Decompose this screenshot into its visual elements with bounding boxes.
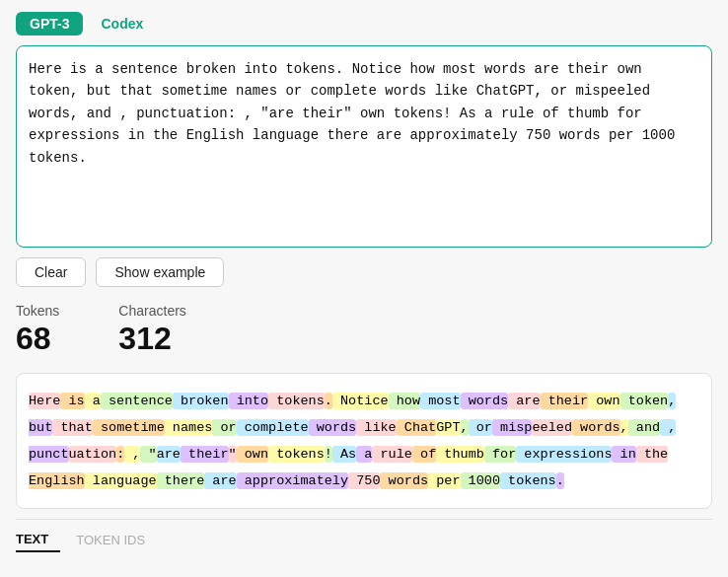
token-segment: their xyxy=(541,393,589,409)
token-input[interactable] xyxy=(29,58,699,231)
token-segment: words xyxy=(572,419,620,436)
token-segment: words xyxy=(380,472,428,489)
tab-codex[interactable]: Codex xyxy=(87,12,157,36)
token-segment: tokens xyxy=(500,472,556,489)
bottom-tab-token-ids[interactable]: TOKEN IDS xyxy=(76,528,157,552)
token-segment: language xyxy=(85,472,157,489)
tokens-stat: Tokens 68 xyxy=(16,303,59,357)
token-segment: 750 xyxy=(348,472,380,489)
token-segment: Here xyxy=(29,393,60,409)
token-segment: punct xyxy=(29,446,69,463)
token-segment: GPT xyxy=(436,419,460,436)
token-segment: misp xyxy=(492,419,533,436)
token-segment: names xyxy=(165,419,213,436)
token-segment: broken xyxy=(173,393,229,409)
token-segment: or xyxy=(469,419,492,436)
token-segment: are xyxy=(204,472,236,489)
token-segment: tokens xyxy=(268,393,325,409)
token-segment: 1000 xyxy=(461,472,501,489)
token-segment: , xyxy=(668,393,676,409)
token-segment: are xyxy=(157,446,181,463)
tab-gpt3[interactable]: GPT-3 xyxy=(16,12,83,36)
token-segment: ! xyxy=(325,446,332,463)
token-segment: complete xyxy=(237,419,309,436)
token-segment: eeled xyxy=(532,419,572,436)
token-segment: how xyxy=(389,393,420,409)
token-segment: . xyxy=(325,393,332,409)
token-segment: per xyxy=(428,472,460,489)
token-display: Here is a sentence broken into tokens. N… xyxy=(16,373,712,509)
token-segment: words xyxy=(461,393,509,409)
bottom-tab-bar: TEXT TOKEN IDS xyxy=(16,519,712,552)
token-segment: most xyxy=(420,393,461,409)
clear-button[interactable]: Clear xyxy=(16,257,86,287)
token-segment: tokens xyxy=(268,446,325,463)
token-segment: approximately xyxy=(237,472,348,489)
token-segment: As xyxy=(332,446,356,463)
stats-row: Tokens 68 Characters 312 xyxy=(16,303,712,357)
token-segment: thumb xyxy=(436,446,484,463)
token-segment: own xyxy=(588,393,619,409)
token-segment: are xyxy=(508,393,540,409)
token-segment: , xyxy=(124,446,140,463)
token-segment: into xyxy=(229,393,269,409)
tokens-label: Tokens xyxy=(16,303,59,319)
token-segment: token xyxy=(620,393,669,409)
token-segment: , xyxy=(461,419,469,436)
token-segment: for xyxy=(484,446,516,463)
token-segment: and xyxy=(628,419,660,436)
token-segment: is xyxy=(60,393,84,409)
textarea-wrapper xyxy=(16,45,712,248)
characters-value: 312 xyxy=(118,321,185,357)
token-segment: but xyxy=(29,419,52,436)
characters-stat: Characters 312 xyxy=(118,303,185,357)
token-segment: a xyxy=(85,393,101,409)
token-segment: English xyxy=(29,472,85,489)
token-segment: there xyxy=(157,472,205,489)
token-segment: " xyxy=(229,446,237,463)
token-segment: sentence xyxy=(101,393,173,409)
token-segment: or xyxy=(212,419,236,436)
token-segment: uation xyxy=(69,446,117,463)
token-segment: . xyxy=(556,472,564,489)
token-segment: , xyxy=(620,419,628,436)
token-segment: own xyxy=(237,446,268,463)
characters-label: Characters xyxy=(118,303,185,319)
token-segment: rule xyxy=(372,446,412,463)
token-segment: in xyxy=(612,446,635,463)
token-segment: " xyxy=(140,446,156,463)
token-segment: like xyxy=(356,419,397,436)
token-segment: Notice xyxy=(332,393,389,409)
token-segment: the xyxy=(636,446,668,463)
token-segment: sometime xyxy=(93,419,165,436)
action-buttons: Clear Show example xyxy=(16,257,712,287)
token-segment: that xyxy=(52,419,93,436)
bottom-tab-text[interactable]: TEXT xyxy=(16,528,60,552)
token-segment: words xyxy=(309,419,357,436)
token-segment: their xyxy=(181,446,229,463)
tokens-value: 68 xyxy=(16,321,59,357)
token-segment: Chat xyxy=(397,419,437,436)
token-segment: , xyxy=(660,419,676,436)
show-example-button[interactable]: Show example xyxy=(96,257,224,287)
token-segment: expressions xyxy=(516,446,612,463)
tab-bar: GPT-3 Codex xyxy=(16,12,712,36)
token-segment: of xyxy=(412,446,436,463)
token-segment: a xyxy=(356,446,372,463)
